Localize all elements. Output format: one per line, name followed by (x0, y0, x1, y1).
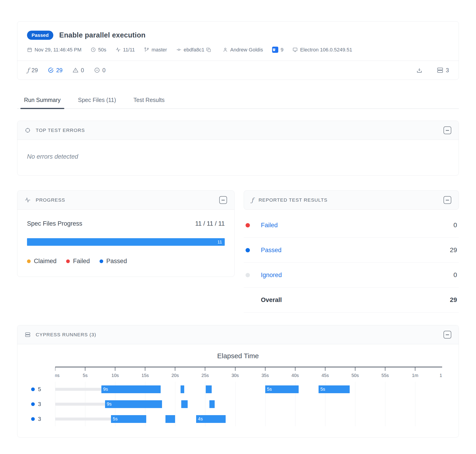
run-stats-row: ƒ 29 29 0 0 (17, 61, 459, 80)
gantt-axis: 0ms5s10s15s20s25s30s35s40s45s50s55s1m1m5… (55, 367, 442, 382)
panel-title: CYPRESS RUNNERS (3) (36, 332, 96, 337)
ignored-count: 0 (453, 271, 457, 279)
tab-bar: Run Summary Spec Files (11) Test Results (17, 93, 459, 109)
gantt-plot: 0ms5s10s15s20s25s30s35s40s45s50s55s1m1m5… (55, 367, 442, 426)
claimed-dot (27, 259, 31, 263)
result-row-passed: Passed 29 (244, 238, 459, 263)
axis-tick-label: 40s (292, 373, 299, 378)
gantt-wait-bar[interactable] (55, 388, 101, 391)
page-title: Enable parallel execution (59, 31, 146, 39)
axis-tick-mark (145, 367, 145, 371)
clock-icon (91, 47, 98, 52)
bar-duration-label: 9s (105, 401, 112, 407)
axis-tick-mark (55, 367, 55, 371)
collapse-panel-button[interactable] (219, 196, 227, 204)
axis-tick-label: 55s (382, 373, 389, 378)
gantt-run-bar[interactable]: 9s (105, 400, 162, 408)
axis-tick-label: 25s (201, 373, 209, 378)
axis-tick-mark (265, 367, 265, 371)
collapse-panel-button[interactable] (444, 126, 451, 134)
bar-duration-label: 9s (101, 386, 108, 392)
axis-tick-mark (85, 367, 85, 371)
run-meta-row: Nov 29, 11:46:45 PM 50s 11/11 (27, 47, 449, 53)
gantt-run-bar[interactable]: 9s (101, 386, 161, 393)
axis-tick-label: 10s (111, 373, 119, 378)
stat-passed: 29 (48, 67, 62, 74)
collapse-panel-button[interactable] (444, 331, 451, 339)
passed-dot (100, 259, 103, 263)
run-author: Andrew Goldis (223, 47, 263, 53)
passed-dot (246, 248, 250, 252)
axis-tick-label: 1m5s (440, 373, 442, 378)
stat-machines: 3 (437, 67, 449, 74)
run-spec-progress: 11/11 (116, 47, 135, 53)
run-branch: master (144, 47, 167, 53)
axis-tick-mark (415, 367, 415, 371)
gantt-rows: 9s5s5s9s5s4s (55, 382, 442, 426)
axis-tick-label: 30s (231, 373, 239, 378)
failed-dot (66, 259, 70, 263)
tab-run-summary[interactable]: Run Summary (20, 93, 64, 108)
axis-tick-mark (295, 367, 296, 371)
progress-panel: PROGRESS Spec Files Progress 11 / 11 / 1… (17, 190, 234, 277)
axis-tick-mark (175, 367, 175, 371)
git-commit-icon (176, 47, 184, 52)
collapse-panel-button[interactable] (444, 196, 451, 204)
axis-tick-mark (205, 367, 205, 371)
overall-count: 29 (450, 296, 457, 303)
result-row-failed: Failed 0 (244, 213, 459, 238)
runner-dot (31, 402, 35, 406)
axis-tick-label: 35s (261, 373, 269, 378)
activity-icon (116, 47, 123, 52)
axis-tick-label: 0ms (55, 373, 60, 378)
calendar-icon (27, 47, 35, 52)
crosshair-icon (25, 127, 31, 133)
gantt-run-bar[interactable]: 4s (196, 415, 226, 423)
gantt-run-bar[interactable] (181, 400, 188, 408)
function-icon: ƒ (251, 197, 254, 204)
legend-item-passed: Passed (100, 258, 127, 265)
git-branch-icon (144, 47, 151, 52)
axis-tick-mark (115, 367, 115, 371)
gantt-run-bar[interactable] (206, 386, 212, 393)
spec-files-progress-bar: 11 (27, 238, 225, 246)
panel-title: REPORTED TEST RESULTS (259, 197, 328, 203)
spec-files-progress-counts: 11 / 11 / 11 (195, 220, 225, 227)
alert-triangle-icon (72, 67, 78, 73)
runner-row-label: 3 (31, 397, 55, 411)
chart-title: Elapsed Time (17, 352, 459, 360)
gantt-wait-bar[interactable] (55, 417, 111, 420)
passed-count: 29 (450, 246, 457, 254)
result-link-failed[interactable]: Failed (261, 222, 278, 229)
result-link-passed[interactable]: Passed (261, 247, 281, 254)
axis-tick-label: 1m (412, 373, 418, 378)
gantt-run-bar[interactable] (165, 415, 175, 423)
stat-skipped: 0 (94, 67, 106, 74)
gantt-wait-bar[interactable] (55, 402, 105, 406)
axis-tick-mark (385, 367, 385, 371)
tab-test-results[interactable]: Test Results (130, 93, 168, 108)
progress-legend: Claimed Failed Passed (27, 258, 225, 265)
browser-monitor-icon (292, 47, 300, 52)
gantt-run-bar[interactable] (209, 400, 215, 408)
copy-commit-icon[interactable] (206, 47, 213, 52)
gantt-row: 9s (55, 397, 442, 411)
gantt-run-bar[interactable] (180, 386, 184, 393)
legend-item-claimed: Claimed (27, 258, 56, 265)
axis-tick-mark (235, 367, 235, 371)
tab-spec-files[interactable]: Spec Files (11) (74, 93, 120, 108)
gantt-run-bar[interactable]: 5s (265, 386, 299, 393)
run-header-card: Passed Enable parallel execution Nov 29,… (17, 21, 459, 80)
runner-row-label: 5 (31, 382, 55, 397)
gantt-run-bar[interactable]: 5s (319, 386, 350, 393)
runner-spec-count: 3 (38, 416, 41, 422)
activity-icon (25, 197, 31, 203)
server-stack-icon (437, 67, 444, 74)
gantt-run-bar[interactable]: 5s (111, 415, 147, 423)
axis-tick-label: 50s (351, 373, 359, 378)
stat-reported-tests: ƒ 29 (27, 67, 38, 74)
download-button[interactable] (416, 67, 425, 73)
server-stack-icon (25, 332, 31, 338)
runner-row-label: 3 (31, 411, 55, 426)
result-link-ignored[interactable]: Ignored (261, 272, 282, 279)
